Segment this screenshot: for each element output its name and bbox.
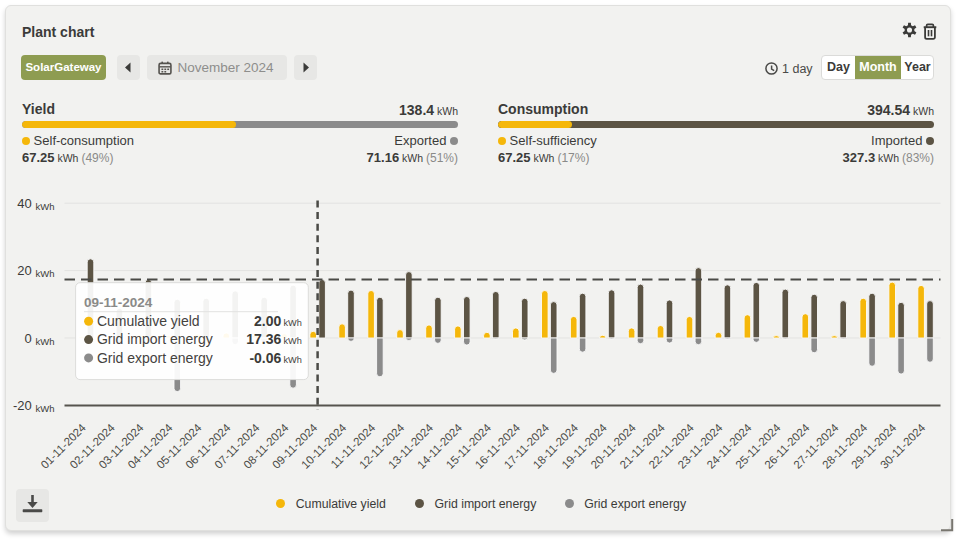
svg-text:Grid import energy: Grid import energy (97, 331, 213, 347)
svg-text:-20: -20 (13, 398, 32, 413)
svg-text:kWh: kWh (284, 318, 302, 328)
svg-text:kWh: kWh (284, 355, 302, 365)
svg-text:20: 20 (17, 263, 31, 278)
svg-text:2.00: 2.00 (254, 313, 281, 329)
svg-text:Grid export energy: Grid export energy (97, 350, 213, 366)
svg-text:0: 0 (24, 331, 31, 346)
svg-text:kWh: kWh (36, 403, 55, 414)
svg-text:kWh: kWh (36, 268, 55, 279)
svg-text:09-11-2024: 09-11-2024 (84, 295, 153, 310)
svg-text:kWh: kWh (36, 336, 55, 347)
svg-text:40: 40 (17, 196, 31, 211)
svg-text:17.36: 17.36 (246, 331, 281, 347)
svg-text:-0.06: -0.06 (249, 350, 281, 366)
svg-text:Cumulative yield: Cumulative yield (97, 313, 200, 329)
svg-text:kWh: kWh (284, 336, 302, 346)
svg-text:kWh: kWh (36, 201, 55, 212)
